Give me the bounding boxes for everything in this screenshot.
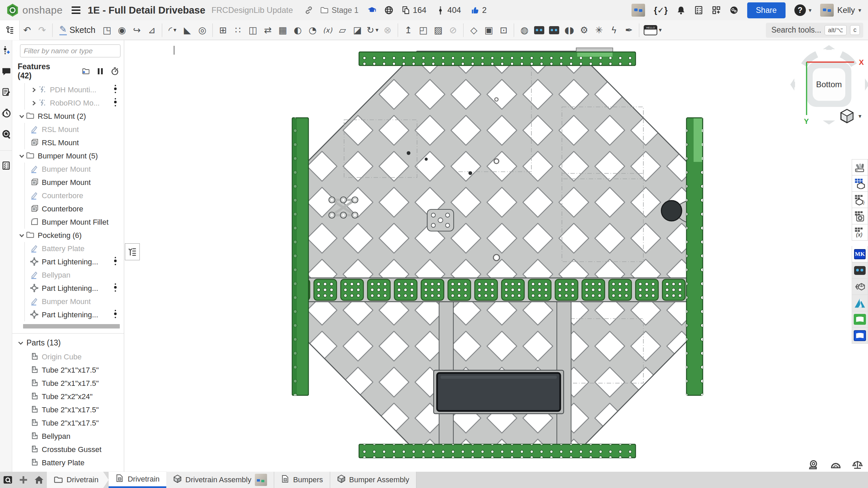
document-tab-drivetrain-assembly[interactable]: Drivetrain Assembly xyxy=(166,472,274,488)
features-horizontal-scrollbar[interactable] xyxy=(23,324,120,329)
feature-row[interactable]: Bumper Mount xyxy=(12,295,124,308)
spacer-feature-icon[interactable]: ◍ xyxy=(517,22,532,38)
face-icon[interactable]: ▱ xyxy=(335,22,350,38)
new-folder-icon[interactable] xyxy=(81,67,90,76)
tab-search-button[interactable] xyxy=(0,472,16,488)
circular-pattern-icon[interactable]: ∷ xyxy=(230,22,245,38)
integrations-gear-icon[interactable] xyxy=(730,6,738,15)
bottom-tube[interactable] xyxy=(359,444,636,458)
document-title[interactable]: 1E - Full Detail Drivebase xyxy=(88,5,206,16)
thicken-icon[interactable]: ↥ xyxy=(401,22,416,38)
feature-row[interactable]: Pocketing (6) xyxy=(12,229,124,242)
left-rail[interactable] xyxy=(292,118,308,395)
breadcrumb-folder-tab[interactable]: Drivetrain xyxy=(47,472,109,488)
feature-row[interactable]: RSL Mount xyxy=(12,136,124,149)
likes-counter[interactable]: 2 xyxy=(471,5,487,15)
marker-icon[interactable]: ✒ xyxy=(621,22,636,38)
document-tab-bumper-assembly[interactable]: Bumper Assembly xyxy=(330,472,416,488)
green-library-app-icon[interactable] xyxy=(852,311,868,327)
part-row[interactable]: Tube 2"x1"x17.5" xyxy=(12,403,124,416)
parts-header[interactable]: Parts (13) xyxy=(12,334,124,350)
feature-menu-dots-icon[interactable] xyxy=(113,97,118,109)
filter-funnel-icon[interactable] xyxy=(16,46,17,55)
part-row[interactable]: Tube 2"x1"x17.5" xyxy=(12,377,124,390)
search-model-icon[interactable] xyxy=(1,129,11,140)
search-tools-box[interactable]: Search tools... alt/⌥ c xyxy=(766,23,863,38)
tasks-checklist-icon[interactable] xyxy=(694,6,703,15)
hello-nametag-icon[interactable]: HELLO▾ xyxy=(642,22,663,38)
revolve-icon[interactable]: ◉ xyxy=(114,22,129,38)
feature-row[interactable]: RoboRIO Mo... xyxy=(12,96,124,110)
onshape-logo-icon[interactable] xyxy=(6,3,19,17)
feature-row[interactable]: RSL Mount (2) xyxy=(12,110,124,123)
appearance-editor-icon[interactable] xyxy=(852,159,868,175)
gear-feature-icon[interactable]: ⚙ xyxy=(577,22,591,38)
feature-menu-dots-icon[interactable] xyxy=(113,256,118,268)
chevron-right-icon[interactable] xyxy=(30,100,38,106)
configuration-table-icon[interactable]: } xyxy=(852,192,868,208)
tape-measure-icon[interactable] xyxy=(808,459,820,470)
extrude-icon[interactable]: ◳ xyxy=(99,22,114,38)
document-tab-bumpers[interactable]: Bumpers xyxy=(274,472,330,488)
part-row[interactable]: Tube 2"x2"x24" xyxy=(12,390,124,403)
part-row[interactable]: Bellypan xyxy=(12,430,124,443)
part-row[interactable]: Tube 2"x1"x17.5" xyxy=(12,363,124,377)
feature-row[interactable]: Part Lightening... xyxy=(12,282,124,295)
transform-icon[interactable]: ⇄ xyxy=(260,22,275,38)
redo-icon[interactable]: ↷ xyxy=(35,22,50,38)
helix-icon[interactable]: ↻▾ xyxy=(365,22,380,38)
part-row[interactable]: Battery Plate xyxy=(12,456,124,469)
drivebase-model[interactable] xyxy=(124,40,868,472)
feature-row[interactable]: Part Lightening... xyxy=(12,255,124,268)
feature-row[interactable]: Bumper Mount Fillet xyxy=(12,215,124,229)
frame-table-icon[interactable] xyxy=(852,175,868,192)
surface-icon[interactable]: ◪ xyxy=(350,22,365,38)
user-menu[interactable]: Kelly ▾ xyxy=(820,4,861,17)
mkcad-app-icon[interactable]: MK xyxy=(852,246,868,262)
part-row[interactable]: Crosstube Gusset xyxy=(12,443,124,456)
feature-list-panel-toggle[interactable] xyxy=(0,20,20,40)
mass-properties-scale-icon[interactable] xyxy=(852,459,863,470)
copies-counter[interactable]: 164 xyxy=(401,5,427,15)
checklist-icon[interactable] xyxy=(2,161,11,172)
mirror-icon[interactable]: ◫ xyxy=(245,22,260,38)
learning-center-icon[interactable] xyxy=(367,6,376,15)
chevron-right-icon[interactable] xyxy=(30,87,38,93)
delete-face-icon[interactable]: ⊘ xyxy=(446,22,460,38)
variable-icon[interactable]: (x) xyxy=(320,22,335,38)
main-menu-icon[interactable] xyxy=(72,6,80,14)
document-tab-drivetrain[interactable]: Drivetrain xyxy=(109,472,166,488)
document-version-label[interactable]: FRCDesignLib Update xyxy=(211,5,293,15)
hole-icon[interactable]: ◎ xyxy=(195,22,210,38)
protractor-icon[interactable] xyxy=(830,459,842,470)
center-gusset[interactable] xyxy=(427,209,454,231)
boolean-icon[interactable]: ◐ xyxy=(290,22,305,38)
help-menu[interactable]: ? ▾ xyxy=(794,4,812,16)
model-viewport[interactable]: Bottom X Y ▾ }(x)MK xyxy=(124,40,868,472)
feature-row[interactable]: PDH Mounti... xyxy=(12,83,124,96)
feature-menu-dots-icon[interactable] xyxy=(113,283,118,294)
linear-pattern-icon[interactable]: ⊞ xyxy=(215,22,230,38)
apps-grid-icon[interactable] xyxy=(712,6,721,15)
rollback-clock-icon[interactable] xyxy=(111,67,119,76)
feature-row[interactable]: Counterbore xyxy=(12,189,124,202)
filter-input[interactable] xyxy=(20,44,120,57)
notifications-bell-icon[interactable] xyxy=(677,6,685,15)
enclose-icon[interactable]: ◰ xyxy=(416,22,431,38)
insert-version-icon[interactable] xyxy=(2,45,11,57)
pulley[interactable] xyxy=(661,201,682,221)
part-export-app-icon[interactable] xyxy=(852,279,868,295)
loft-icon[interactable]: ⊿ xyxy=(144,22,159,38)
sketch-button[interactable]: ✎Sketch xyxy=(55,25,99,35)
fill-surface-icon[interactable]: ▨ xyxy=(431,22,446,38)
chevron-down-icon[interactable] xyxy=(18,153,26,159)
composite-part-icon[interactable]: ▦ xyxy=(275,22,290,38)
top-tube[interactable] xyxy=(359,48,636,65)
feature-menu-dots-icon[interactable] xyxy=(113,84,118,96)
featurescript-notices-icon[interactable]: {✓} xyxy=(654,5,667,15)
collapse-tree-button[interactable] xyxy=(125,243,140,260)
robot-feature-1-icon[interactable] xyxy=(532,22,547,38)
feature-row[interactable]: Bumper Mount xyxy=(12,163,124,176)
workspace-indicator[interactable]: Stage 1 xyxy=(320,6,358,15)
history-icon[interactable] xyxy=(1,108,11,119)
